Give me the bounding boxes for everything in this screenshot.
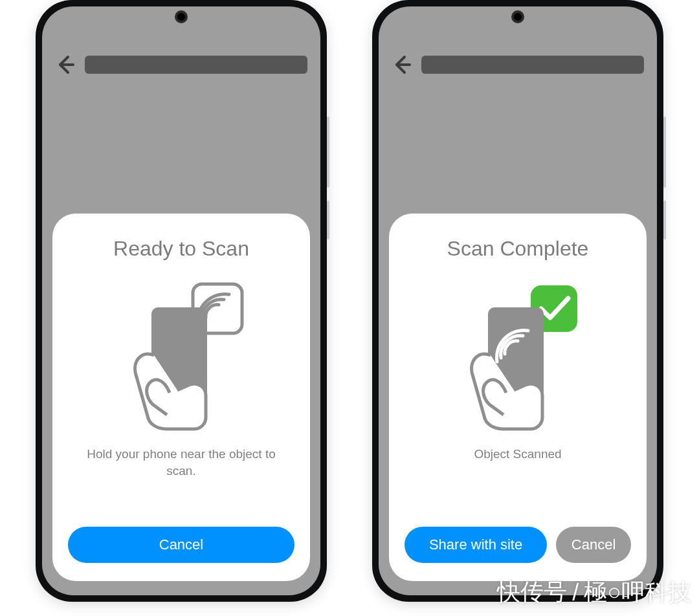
title-redacted <box>421 56 644 74</box>
phone-side-button <box>663 116 666 188</box>
title-redacted <box>85 56 307 74</box>
scan-illustration <box>110 279 252 434</box>
share-with-site-button[interactable]: Share with site <box>405 527 547 563</box>
sheet-subtitle: Hold your phone near the object to scan. <box>78 446 285 479</box>
screen-left: Ready to Scan <box>42 6 320 595</box>
scan-complete-illustration <box>447 279 589 434</box>
scan-sheet-ready: Ready to Scan <box>52 214 310 581</box>
back-arrow-icon[interactable] <box>392 54 412 75</box>
sheet-title: Ready to Scan <box>113 237 249 261</box>
topbar <box>392 50 644 79</box>
screen-right: Scan Complete <box>379 6 657 595</box>
topbar <box>55 50 307 79</box>
phone-mockup-left: Ready to Scan <box>36 0 327 602</box>
phone-mockup-right: Scan Complete <box>372 0 663 602</box>
cancel-button[interactable]: Cancel <box>68 527 294 563</box>
phone-side-button <box>327 201 329 239</box>
camera-notch <box>511 10 524 23</box>
sheet-subtitle: Object Scanned <box>474 446 561 463</box>
phone-side-button <box>663 201 666 239</box>
scan-sheet-complete: Scan Complete <box>389 214 647 581</box>
back-arrow-icon[interactable] <box>55 54 76 75</box>
phone-side-button <box>327 116 329 188</box>
cancel-button[interactable]: Cancel <box>556 527 631 563</box>
camera-notch <box>175 10 188 23</box>
sheet-title: Scan Complete <box>447 237 589 261</box>
